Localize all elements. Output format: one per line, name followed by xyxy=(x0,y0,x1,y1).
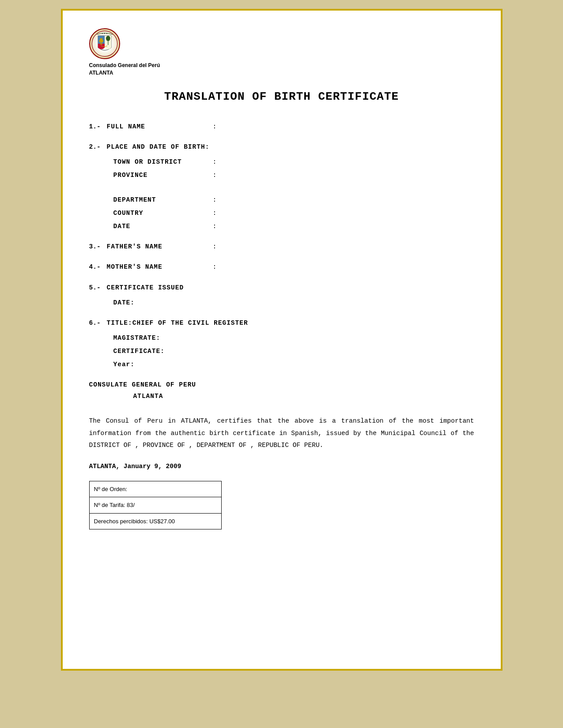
field2-sub3-row: DEPARTMENT : xyxy=(89,194,474,206)
field2-sub3-colon: : xyxy=(213,194,217,206)
field5-sub1-row: DATE: xyxy=(89,297,474,308)
field5-section: 5.- CERTIFICATE ISSUED DATE: xyxy=(89,282,474,308)
field2-sub5-row: DATE : xyxy=(89,221,474,232)
field3-label: FATHER'S NAME xyxy=(107,241,213,252)
field2-row: 2.- PLACE AND DATE OF BIRTH: xyxy=(89,141,474,153)
field4-section: 4.- MOTHER'S NAME : xyxy=(89,261,474,273)
field6-label: TITLE:CHIEF OF THE CIVIL REGISTER xyxy=(107,317,248,329)
document-title: TRANSLATION OF BIRTH CERTIFICATE xyxy=(89,90,474,103)
field3-section: 3.- FATHER'S NAME : xyxy=(89,241,474,252)
field5-label: CERTIFICATE ISSUED xyxy=(107,282,213,293)
certification-paragraph: The Consul of Peru in ATLANTA, certifies… xyxy=(89,415,474,452)
paragraph-text: The Consul of Peru in ATLANTA, certifies… xyxy=(89,415,474,452)
table-row-2: Nº de Tarifa: 83/ xyxy=(90,497,221,513)
consulate-line1: CONSULATE GENERAL OF PERU xyxy=(89,379,474,390)
date-line: ATLANTA, January 9, 2009 xyxy=(89,461,474,472)
field2-section: 2.- PLACE AND DATE OF BIRTH: TOWN OR DIS… xyxy=(89,141,474,233)
field6-row: 6.- TITLE:CHIEF OF THE CIVIL REGISTER xyxy=(89,317,474,329)
document-content: 1.- FULL NAME : 2.- PLACE AND DATE OF BI… xyxy=(89,121,474,530)
field2-sub1-colon: : xyxy=(213,156,217,168)
field4-row: 4.- MOTHER'S NAME : xyxy=(89,261,474,273)
info-table: Nº de Orden: Nº de Tarifa: 83/ Derechos … xyxy=(89,481,222,529)
field6-sub1-label: MAGISTRATE: xyxy=(113,332,213,344)
field6-sub1-row: MAGISTRATE: xyxy=(89,332,474,344)
logo-area: ★ ★ ★ Consulado General del Perú ATLANTA xyxy=(89,28,160,77)
svg-text:★ ★ ★: ★ ★ ★ xyxy=(102,33,108,34)
field2-sub4-colon: : xyxy=(213,207,217,219)
field6-sub3-label: Year: xyxy=(113,359,213,370)
field6-section: 6.- TITLE:CHIEF OF THE CIVIL REGISTER MA… xyxy=(89,317,474,370)
field2-sub4-label: COUNTRY xyxy=(113,207,213,219)
coat-of-arms-circle: ★ ★ ★ xyxy=(89,28,120,59)
field3-row: 3.- FATHER'S NAME : xyxy=(89,241,474,252)
field2-sub2-label: PROVINCE xyxy=(113,169,213,181)
document-header: ★ ★ ★ Consulado General del Perú ATLANTA xyxy=(89,28,474,77)
field2-sub1-label: TOWN OR DISTRICT xyxy=(113,156,213,168)
field2-label: PLACE AND DATE OF BIRTH: xyxy=(107,141,213,153)
field1-number: 1.- xyxy=(89,121,107,132)
consulate-block: CONSULATE GENERAL OF PERU ATLANTA xyxy=(89,379,474,402)
field6-sub2-label: CERTIFICATE: xyxy=(113,345,213,357)
field5-row: 5.- CERTIFICATE ISSUED xyxy=(89,282,474,293)
field4-colon: : xyxy=(213,261,217,273)
field6-sub2-row: CERTIFICATE: xyxy=(89,345,474,357)
coat-of-arms-icon: ★ ★ ★ xyxy=(91,30,118,57)
field4-number: 4.- xyxy=(89,261,107,273)
field2-number: 2.- xyxy=(89,141,107,153)
field2-sub4-row: COUNTRY : xyxy=(89,207,474,219)
field1-label: FULL NAME xyxy=(107,121,213,132)
svg-point-5 xyxy=(100,38,102,41)
field3-colon: : xyxy=(213,241,217,252)
title-section: TRANSLATION OF BIRTH CERTIFICATE xyxy=(89,90,474,103)
table-row-3: Derechos percibidos: US$27.00 xyxy=(90,514,221,529)
field2-sub5-colon: : xyxy=(213,221,217,232)
field2-sub3-label: DEPARTMENT xyxy=(113,194,213,206)
field5-number: 5.- xyxy=(89,282,107,293)
field2-sub5-label: DATE xyxy=(113,221,213,232)
field6-number: 6.- xyxy=(89,317,107,329)
field2-sub1-row: TOWN OR DISTRICT : xyxy=(89,156,474,168)
field3-number: 3.- xyxy=(89,241,107,252)
field1-row: 1.- FULL NAME : xyxy=(89,121,474,132)
table-row-1: Nº de Orden: xyxy=(90,481,221,497)
consulate-line2: ATLANTA xyxy=(89,390,474,402)
svg-point-7 xyxy=(106,36,110,41)
field6-sub3-row: Year: xyxy=(89,359,474,370)
field4-label: MOTHER'S NAME xyxy=(107,261,213,273)
field2-sub2-row: PROVINCE : xyxy=(89,169,474,181)
consulate-name: Consulado General del Perú ATLANTA xyxy=(89,62,160,77)
document-page: ★ ★ ★ Consulado General del Perú ATLANTA… xyxy=(61,9,503,671)
field1-section: 1.- FULL NAME : xyxy=(89,121,474,132)
field2-sub2-colon: : xyxy=(213,169,217,181)
field1-colon: : xyxy=(213,121,217,132)
field5-sub1-label: DATE: xyxy=(113,297,213,308)
